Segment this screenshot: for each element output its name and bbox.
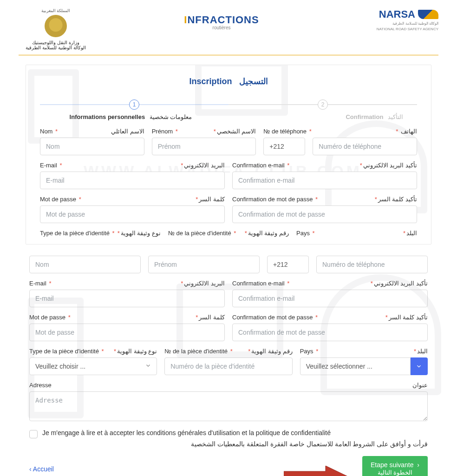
consent-text-ar: قرأت و أوافق على الشروط العامة للاستعمال… [42, 440, 428, 448]
field-idtype: Type de la pièce d'identité * نوع وثيقة … [29, 348, 157, 375]
field-idnum-label-top: № de la pièce d'identité * رقم وثيقة اله… [168, 230, 289, 239]
logo-narsa: NARSA الوكالة الوطنية للسلامة الطرقية NA… [350, 8, 438, 31]
step-2: 2 [228, 99, 417, 110]
field-email-2: E-mail * البريد الالكتروني* [29, 280, 225, 307]
field-prenom-2 [148, 256, 260, 273]
step-1-label: Informations personnelles معلومات شخصية [40, 113, 222, 120]
step-2-circle: 2 [318, 99, 328, 110]
next-step-button[interactable]: Etape suivante › الخطوة التالية [362, 456, 428, 476]
field-telephone: الهاتف * [313, 128, 417, 155]
svg-marker-0 [284, 466, 349, 476]
field-pays-label-top: Pays * البلد* [296, 230, 417, 239]
logo-infractions: INFRACTIONS routières [184, 8, 259, 30]
brand-text: INFRACTIONS [184, 14, 259, 26]
dialcode-input-2[interactable] [267, 256, 309, 273]
narsa-sub-ar: الوكالة الوطنية للسلامة الطرقية [350, 21, 438, 26]
ministry-label: وزارة النقل واللوجيستيك [19, 40, 93, 45]
prenom-input[interactable] [152, 138, 256, 155]
red-arrow-icon [284, 466, 349, 476]
pays-dropdown-button[interactable] [411, 357, 428, 375]
footer-nav: ‹ Accueil Etape suivante › الخطوة التالي… [29, 456, 428, 476]
password-input-2[interactable] [29, 324, 225, 341]
field-idtype-label-top: Type de la pièce d'identité * نوع وثيقة … [40, 230, 161, 239]
telephone-input-2[interactable] [316, 256, 428, 273]
field-dialcode-2 [267, 256, 309, 273]
field-nom-2 [29, 256, 141, 273]
nom-input[interactable] [40, 138, 144, 155]
confirm-password-input[interactable] [232, 205, 417, 223]
email-input[interactable] [40, 172, 225, 189]
stepper: 1 2 [40, 99, 417, 110]
step-2-label: Confirmation التأكيد [222, 113, 417, 120]
prenom-input-2[interactable] [148, 256, 260, 273]
narsa-sub-en: NATIONAL ROAD SAFETY AGENCY [350, 27, 438, 32]
adresse-input[interactable] [29, 391, 428, 421]
chevron-right-icon: › [417, 461, 419, 469]
field-password-2: Mot de passe * كلمة السر* [29, 314, 225, 341]
step-1: 1 [40, 99, 228, 110]
home-link[interactable]: ‹ Accueil [29, 465, 54, 473]
logo-ministry: المملكة المغربية وزارة النقل واللوجيستيك… [19, 8, 93, 50]
field-confirm-password: Confirmation de mot de passe * تأكيد كلم… [232, 196, 417, 223]
idtype-select[interactable] [29, 357, 157, 375]
field-confirm-password-2: Confirmation de mot de passe * تأكيد كلم… [232, 314, 428, 341]
dialcode-input[interactable] [263, 138, 305, 155]
page-title: Inscription التسجيل [40, 76, 417, 86]
field-confirm-email: Confirmation e-mail * تأكيد البريد الالك… [232, 162, 417, 189]
title-ar: التسجيل [239, 77, 268, 86]
field-password: Mot de passe * كلمة السر* [40, 196, 225, 223]
title-fr: Inscription [189, 77, 232, 86]
consent-checkbox[interactable] [29, 430, 38, 438]
field-telephone-2 [316, 256, 428, 273]
field-prenom: Prénom * الاسم الشخصي* [152, 128, 256, 155]
consent-text-fr: Je m'engage à lire et à accepter les con… [42, 429, 331, 436]
narsa-text: NARSA [350, 8, 438, 20]
step-labels: Informations personnelles معلومات شخصية … [40, 113, 417, 120]
email-input-2[interactable] [29, 290, 225, 307]
agency-label: الوكالة الوطنية للسلامة الطرقية [19, 45, 93, 50]
field-adresse: Adresse عنوان [29, 382, 428, 423]
field-pays: Pays * البلد* [300, 348, 428, 375]
chevron-left-icon: ‹ [29, 465, 32, 473]
chevron-down-icon [416, 363, 422, 370]
kingdom-label: المملكة المغربية [19, 8, 93, 13]
confirm-password-input-2[interactable] [232, 324, 428, 341]
form-lower: E-mail * البريد الالكتروني* Confirmation… [26, 256, 431, 476]
telephone-input[interactable] [313, 138, 417, 155]
field-confirm-email-2: Confirmation e-mail * تأكيد البريد الالك… [232, 280, 428, 307]
field-nom: Nom * الاسم العائلي [40, 128, 144, 155]
field-email: E-mail * البريد الالكتروني* [40, 162, 225, 189]
narsa-wing-icon [418, 10, 438, 19]
step-1-circle: 1 [129, 99, 139, 110]
idnum-input[interactable] [164, 357, 292, 375]
registration-card: Inscription التسجيل 1 2 Informations per… [26, 65, 431, 245]
pays-select[interactable] [300, 357, 411, 375]
confirm-email-input-2[interactable] [232, 290, 428, 307]
consent-row[interactable]: Je m'engage à lire et à accepter les con… [29, 429, 428, 438]
password-input[interactable] [40, 205, 225, 223]
field-dialcode: № de téléphone * [263, 128, 305, 155]
field-idnum: № de la pièce d'identité * رقم وثيقة اله… [164, 348, 292, 375]
header: المملكة المغربية وزارة النقل واللوجيستيك… [0, 0, 457, 55]
nom-input-2[interactable] [29, 256, 141, 273]
confirm-email-input[interactable] [232, 172, 417, 189]
emblem-icon [45, 15, 67, 37]
header-divider [19, 55, 438, 55]
